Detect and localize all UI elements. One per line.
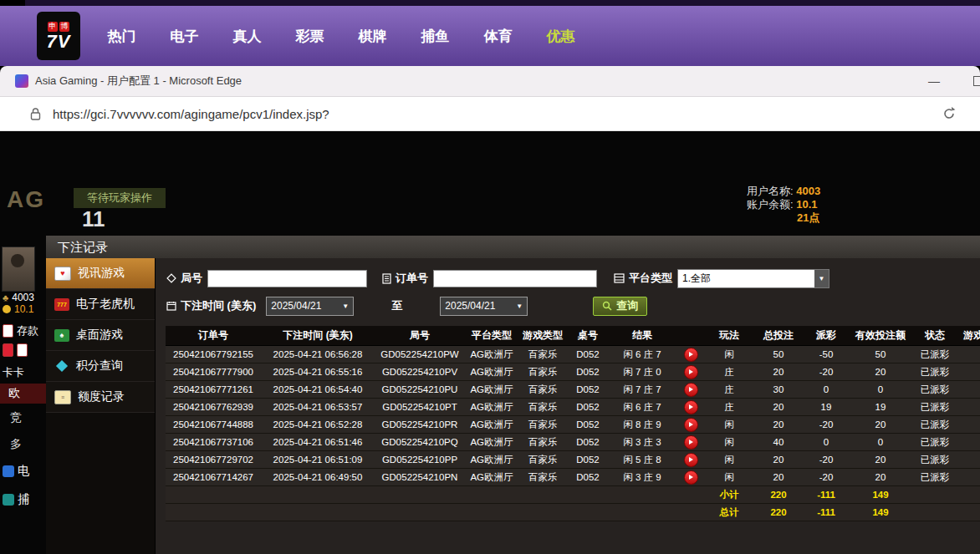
- play-icon[interactable]: [684, 470, 698, 485]
- table-cell: GD052254210PV: [375, 363, 465, 381]
- table-cell: [609, 504, 676, 521]
- play-icon[interactable]: [684, 435, 698, 450]
- tab-eu[interactable]: 欧: [0, 384, 46, 404]
- column-header: 总投注: [753, 326, 804, 346]
- table-cell: 0: [848, 434, 913, 451]
- tab-dian[interactable]: 电: [3, 464, 29, 479]
- table-cell: 已派彩: [913, 469, 957, 486]
- sidebar-item-积分查询[interactable]: 积分查询: [46, 351, 155, 382]
- tab-bu[interactable]: 捕: [3, 492, 29, 507]
- table-cell: D052: [567, 469, 609, 486]
- logo-badge-right: 博: [59, 22, 69, 32]
- round-input[interactable]: [207, 270, 367, 287]
- platform-select[interactable]: 1.全部 ▼: [677, 269, 829, 288]
- tab-duo[interactable]: 多: [10, 437, 22, 452]
- table-cell: 250421067762939: [166, 399, 261, 416]
- play-icon[interactable]: [684, 453, 698, 467]
- nav-item-棋牌[interactable]: 棋牌: [341, 27, 404, 46]
- table-cell: [913, 486, 957, 504]
- search-button[interactable]: 查询: [593, 297, 647, 316]
- table-cell: 149: [848, 504, 913, 521]
- page: 申 博 7V 热门电子真人彩票棋牌捕鱼体育优惠 Asia Gaming - 用户…: [0, 0, 980, 554]
- nav-item-真人[interactable]: 真人: [216, 27, 278, 46]
- table-cell: [957, 486, 980, 504]
- table-cell: [676, 451, 706, 469]
- table-cell: 20: [753, 399, 804, 416]
- table-cell: AG欧洲厅: [465, 416, 518, 434]
- play-icon[interactable]: [684, 348, 698, 362]
- table-cell: 40: [753, 434, 804, 451]
- table-cell: 20: [848, 469, 913, 486]
- table-cell: 闲: [706, 469, 753, 486]
- to-label: 至: [391, 298, 402, 313]
- play-icon[interactable]: [684, 400, 698, 414]
- deposit-item[interactable]: 存款: [3, 323, 38, 338]
- table-cell: 已派彩: [913, 416, 957, 434]
- calendar-icon: [166, 301, 176, 311]
- nav-item-体育[interactable]: 体育: [467, 27, 529, 46]
- table-cell: 百家乐: [518, 346, 567, 363]
- table-cell: 0: [804, 381, 848, 399]
- balance-value: 10.1: [796, 198, 817, 211]
- nav-item-捕鱼[interactable]: 捕鱼: [404, 27, 467, 46]
- sidebar-item-桌面游戏[interactable]: 桌面游戏: [46, 320, 155, 351]
- maximize-icon[interactable]: [973, 76, 980, 86]
- site-nav: 申 博 7V 热门电子真人彩票棋牌捕鱼体育优惠: [0, 6, 980, 66]
- gem-icon: [54, 360, 69, 373]
- table-cell: 闲 7 庄 7: [609, 381, 676, 399]
- sidebar-item-label: 额度记录: [78, 389, 125, 404]
- table-cell: GD052254210PW: [375, 346, 465, 363]
- title-bar[interactable]: Asia Gaming - 用户配置 1 - Microsoft Edge —: [0, 66, 980, 97]
- tab-jing[interactable]: 竞: [10, 410, 22, 425]
- table-cell: 250421067729702: [166, 451, 261, 469]
- table-cell: [676, 434, 706, 451]
- sidebar-item-电子老虎机[interactable]: 电子老虎机: [46, 289, 155, 320]
- date-to-select[interactable]: 2025/04/21 ▼: [440, 297, 528, 316]
- red-card-icon: [3, 343, 13, 357]
- card-icons-row[interactable]: [3, 343, 28, 357]
- nav-item-电子[interactable]: 电子: [153, 27, 216, 46]
- url-bar[interactable]: https://gci.7vvvvvv.com/agingame/pcv1/in…: [0, 97, 980, 131]
- table-row: 2504210677448882025-04-21 06:52:28GD0522…: [166, 416, 980, 434]
- nav-item-彩票[interactable]: 彩票: [278, 27, 341, 46]
- play-icon[interactable]: [684, 365, 698, 379]
- order-label: 订单号: [382, 271, 428, 286]
- totals-row: 小计220-111149: [166, 486, 980, 504]
- filter-row-1: 局号 订单号 平台类型 1.全部 ▼: [166, 268, 980, 288]
- table-cell: GD052254210PQ: [375, 434, 465, 451]
- table-cell: 2025-04-21 06:49:50: [261, 469, 375, 486]
- refresh-icon[interactable]: [942, 106, 957, 121]
- play-icon[interactable]: [684, 418, 698, 432]
- nav-item-热门[interactable]: 热门: [90, 27, 153, 46]
- nav-item-优惠[interactable]: 优惠: [529, 27, 592, 46]
- document-icon: [382, 273, 391, 284]
- table-cell: 20: [753, 416, 804, 434]
- table-cell: [957, 434, 980, 451]
- left-strip: ♣ 4003 10.1 存款 卡卡 欧 竞 多: [0, 240, 46, 554]
- table-cell: [676, 416, 706, 434]
- play-icon[interactable]: [684, 383, 698, 397]
- table-cell: AG欧洲厅: [465, 346, 518, 363]
- minimize-icon[interactable]: —: [928, 74, 940, 88]
- column-header: 结果: [609, 326, 676, 346]
- sidebar-item-视讯游戏[interactable]: 视讯游戏: [46, 258, 155, 289]
- table-cell: GD052254210PN: [375, 469, 465, 486]
- table-cell: 庄: [706, 363, 753, 381]
- column-header: [676, 326, 706, 346]
- table-cell: [957, 381, 980, 399]
- table-cell: [567, 486, 609, 504]
- table-cell: 19: [848, 399, 913, 416]
- order-input[interactable]: [433, 270, 597, 287]
- table-cell: 庄: [706, 381, 753, 399]
- sidebar: 视讯游戏电子老虎机桌面游戏积分查询额度记录: [46, 258, 156, 554]
- site-logo[interactable]: 申 博 7V: [37, 12, 80, 60]
- table-cell: [957, 416, 980, 434]
- chevron-down-icon: ▼: [342, 302, 349, 310]
- table-cell: 2025-04-21 06:51:46: [261, 434, 375, 451]
- sidebar-item-额度记录[interactable]: 额度记录: [46, 382, 155, 413]
- table-cell: GD052254210PT: [375, 399, 465, 416]
- table-cell: 30: [753, 381, 804, 399]
- date-from-select[interactable]: 2025/04/21 ▼: [266, 297, 354, 316]
- filter-row-2: 下注时间 (美东) 2025/04/21 ▼ 至 2025/04/21 ▼: [166, 296, 980, 316]
- table-cell: [676, 381, 706, 399]
